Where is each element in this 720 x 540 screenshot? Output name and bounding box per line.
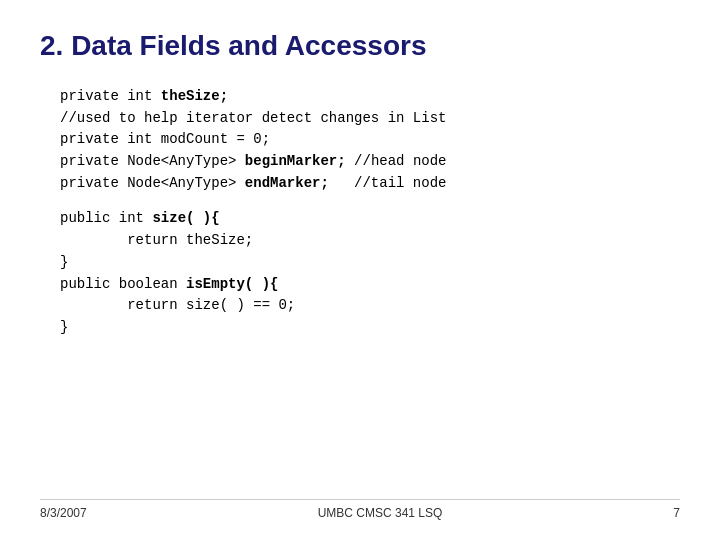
- spacer-1: [60, 194, 680, 208]
- code-line-4: private Node<AnyType> beginMarker; //hea…: [60, 151, 680, 173]
- code-bold: beginMarker;: [245, 153, 346, 169]
- code-text: }: [60, 254, 68, 270]
- code-line-11: return size( ) == 0;: [60, 295, 680, 317]
- code-line-8: return theSize;: [60, 230, 680, 252]
- slide-title: 2. Data Fields and Accessors: [40, 30, 680, 62]
- code-bold: size( ){: [152, 210, 219, 226]
- code-text: //used to help iterator detect changes i…: [60, 110, 446, 126]
- code-line-7: public int size( ){: [60, 208, 680, 230]
- footer-page: 7: [673, 506, 680, 520]
- code-text: private Node<AnyType>: [60, 175, 245, 191]
- code-line-9: }: [60, 252, 680, 274]
- code-text: //head node: [346, 153, 447, 169]
- code-line-5: private Node<AnyType> endMarker; //tail …: [60, 173, 680, 195]
- slide-footer: 8/3/2007 UMBC CMSC 341 LSQ 7: [40, 499, 680, 520]
- code-line-1: private int theSize;: [60, 86, 680, 108]
- code-line-2: //used to help iterator detect changes i…: [60, 108, 680, 130]
- code-line-12: }: [60, 317, 680, 339]
- code-text: return theSize;: [60, 232, 253, 248]
- code-text: public boolean: [60, 276, 186, 292]
- code-text: }: [60, 319, 68, 335]
- code-bold: endMarker;: [245, 175, 329, 191]
- code-text: return size( ) == 0;: [60, 297, 295, 313]
- code-text: private int modCount = 0;: [60, 131, 270, 147]
- code-bold: theSize;: [161, 88, 228, 104]
- code-bold: isEmpty( ){: [186, 276, 278, 292]
- slide: 2. Data Fields and Accessors private int…: [0, 0, 720, 540]
- code-block: private int theSize; //used to help iter…: [60, 86, 680, 499]
- footer-center: UMBC CMSC 341 LSQ: [318, 506, 443, 520]
- code-line-3: private int modCount = 0;: [60, 129, 680, 151]
- code-text: private int: [60, 88, 161, 104]
- code-text: //tail node: [329, 175, 447, 191]
- code-text: private Node<AnyType>: [60, 153, 245, 169]
- footer-date: 8/3/2007: [40, 506, 87, 520]
- code-text: public int: [60, 210, 152, 226]
- code-line-10: public boolean isEmpty( ){: [60, 274, 680, 296]
